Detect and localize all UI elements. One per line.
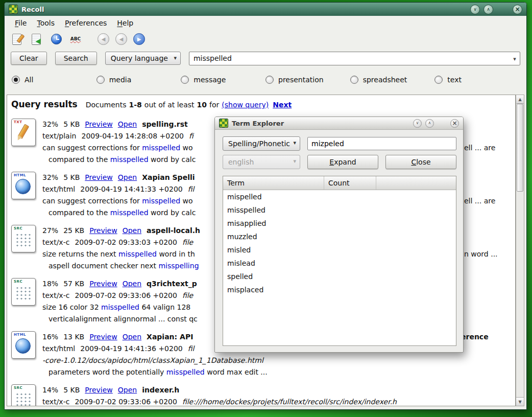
results-header: Query resultsDocuments1-8out of at least… [11,98,515,112]
term-row[interactable]: spelled [223,270,456,283]
preview-link[interactable]: Preview [89,226,117,235]
term-explorer-dialog: Term Explorer Spelling/Phonetic english … [214,117,464,353]
radio-icon[interactable] [181,76,189,84]
result-title: spelling.rst [142,120,187,128]
result-meta: text/x-c2009-07-02 09:33:06 +0200file://… [42,396,515,406]
radio-icon[interactable] [265,76,274,84]
search-button[interactable]: Search [55,52,97,65]
update-index-icon[interactable] [30,32,43,45]
mime-type: text/html [42,185,75,193]
scroll-down-icon[interactable] [516,397,524,406]
dialog-row-1: Spelling/Phonetic [223,136,456,151]
mime-type: text/x-c [42,238,69,246]
menu-file[interactable]: File [10,17,32,29]
radio-icon[interactable] [12,76,20,84]
dialog-close-icon[interactable] [450,119,459,128]
documents-total: 10 [197,101,207,109]
filter-label: message [194,76,226,84]
abc-glyph: ABC [70,36,81,41]
abstract-text: misspelled [110,208,149,217]
filter-label: presentation [278,76,324,84]
search-dropdown-icon[interactable] [511,54,519,62]
filter-all[interactable]: All [12,76,96,84]
doc-url: file [182,238,193,246]
term-input[interactable] [307,137,456,150]
filter-spreadsheet[interactable]: spreadsheet [350,76,435,84]
html-file-icon[interactable]: HTML [11,172,36,199]
preview-link[interactable]: Preview [85,120,113,128]
language-dropdown[interactable]: english [223,155,300,169]
maximize-icon[interactable] [483,5,493,14]
dialog-row-2: english Expand Close [223,154,456,170]
term-row[interactable]: muzzled [223,230,456,243]
filter-presentation[interactable]: presentation [265,76,350,84]
result-body: 14%5 KBPreviewOpenindexer.htext/x-c2009-… [42,384,515,406]
menu-preferences[interactable]: Preferences [60,17,112,29]
scroll-up-icon[interactable] [516,95,524,104]
html-file-icon[interactable]: HTML [11,331,36,359]
show-query-link[interactable]: (show query) [222,101,269,109]
search-input[interactable]: misspelled [194,54,511,62]
filter-media[interactable]: media [96,76,181,84]
result-abstract-line: parameters word the potentially misspell… [42,366,515,378]
preview-link[interactable]: Preview [85,386,113,394]
result-abstract-line: -core-1.0.12/docs/apidoc/html/classXapia… [42,355,515,366]
dialog-titlebar[interactable]: Term Explorer [215,117,463,130]
filter-message[interactable]: message [181,76,265,84]
clear-button[interactable]: Clear [11,52,47,65]
count-column-header[interactable]: Count [324,176,376,190]
abstract-text: word by calc [149,155,196,164]
open-link[interactable]: Open [123,280,141,288]
abstract-text: misspelled [142,197,180,205]
radio-icon[interactable] [350,76,358,84]
doc-url: fil [188,185,195,193]
prev-page-button[interactable] [115,33,127,45]
preview-link[interactable]: Preview [89,280,117,288]
next-page-button[interactable] [133,33,145,45]
open-link[interactable]: Open [123,226,141,235]
open-link[interactable]: Open [118,173,137,181]
term-explorer-icon[interactable]: ABC [69,32,82,45]
term-row[interactable]: mispelled [223,190,456,203]
menu-help[interactable]: Help [112,17,138,29]
term-row[interactable]: misled [223,243,456,257]
term-row[interactable]: misapplied [223,217,456,230]
search-combobox[interactable]: misspelled [189,52,520,65]
term-column-header[interactable]: Term [223,176,324,190]
next-page-link[interactable]: Next [273,101,292,109]
open-link[interactable]: Open [123,333,141,341]
expand-button[interactable]: Expand [307,155,378,169]
filter-text[interactable]: text [434,76,519,84]
dialog-maximize-icon[interactable] [425,119,434,128]
query-language-dropdown[interactable]: Query language [105,52,181,65]
src-file-icon[interactable]: SRC [11,384,36,406]
dialog-minimize-icon[interactable] [413,119,422,128]
term-row[interactable]: misspelled [223,203,456,217]
src-file-icon[interactable]: SRC [11,225,36,252]
preview-link[interactable]: Preview [85,173,113,181]
radio-icon[interactable] [96,76,105,84]
abstract-text: word in th [157,250,195,258]
clear-search-icon[interactable] [11,32,24,45]
radio-icon[interactable] [434,76,443,84]
txt-file-icon[interactable]: TXT [11,119,36,146]
open-link[interactable]: Open [118,120,137,128]
titlebar[interactable]: Recoll [5,3,526,16]
dialog-close-button[interactable]: Close [385,155,456,169]
doc-url: fi [189,132,194,140]
results-scrollbar[interactable] [516,95,524,406]
term-row[interactable]: mislead [223,257,456,270]
open-link[interactable]: Open [118,386,137,394]
close-icon[interactable] [513,5,522,14]
scrollbar-thumb[interactable] [517,104,523,192]
history-icon[interactable] [50,32,63,45]
term-row[interactable]: misplaced [223,283,456,296]
term-mode-dropdown[interactable]: Spelling/Phonetic [223,136,300,151]
preview-link[interactable]: Preview [89,333,117,341]
menu-tools[interactable]: Tools [32,17,60,29]
abstract-text: 64 valign 128 [139,303,190,311]
minimize-icon[interactable] [470,5,480,14]
result-headline: 14%5 KBPreviewOpenindexer.h [42,384,515,396]
src-file-icon[interactable]: SRC [11,278,36,306]
first-page-button[interactable] [98,33,109,45]
